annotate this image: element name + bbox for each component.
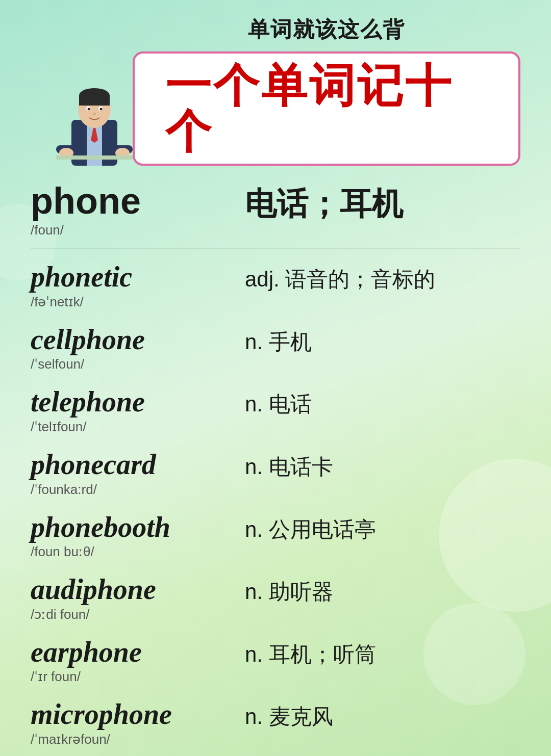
word-left-audiphone: audiphone /ɔːdi foun/ [31, 574, 245, 622]
cn-phonebooth: 公用电话亭 [269, 517, 376, 541]
word-right-telephone: n. 电话 [245, 386, 520, 419]
word-english-phonebooth: phonebooth [31, 512, 245, 543]
pos-phonebooth: n. [245, 517, 263, 541]
main-container: 单词就该这么背 一个单词记十个 phone /foun/ 电话；耳机 phone… [0, 0, 551, 756]
word-list: phone /foun/ 电话；耳机 phonetic /fəˈnetɪk/ a… [31, 181, 520, 747]
word-row-telephone: telephone /ˈtelɪfoun/ n. 电话 [31, 386, 520, 435]
word-row-phonetic: phonetic /fəˈnetɪk/ adj. 语音的；音标的 [31, 262, 520, 310]
word-row-phonecard: phonecard /ˈfounka:rd/ n. 电话卡 [31, 449, 520, 498]
pos-cellphone: n. [245, 330, 263, 354]
cn-audiphone: 助听器 [269, 580, 333, 604]
word-right-phonebooth: n. 公用电话亭 [245, 512, 520, 544]
teacher-figure [56, 84, 133, 166]
word-chinese-phone: 电话；耳机 [245, 185, 520, 223]
word-right-phonetic: adj. 语音的；音标的 [245, 262, 520, 294]
cn-phonetic: 语音的；音标的 [285, 267, 435, 291]
word-def-phonebooth: n. 公用电话亭 [245, 516, 520, 544]
svg-point-9 [100, 108, 103, 111]
word-left-phonecard: phonecard /ˈfounka:rd/ [31, 449, 245, 498]
title-box: 一个单词记十个 [133, 51, 520, 166]
word-row-audiphone: audiphone /ɔːdi foun/ n. 助听器 [31, 574, 520, 622]
word-english-phone: phone [31, 181, 245, 221]
word-left-telephone: telephone /ˈtelɪfoun/ [31, 386, 245, 435]
svg-rect-15 [56, 155, 133, 160]
word-english-telephone: telephone [31, 386, 245, 418]
word-phonetic-cellphone: /ˈselfoun/ [31, 356, 245, 372]
pos-audiphone: n. [245, 580, 263, 604]
pos-phonetic: adj. [245, 267, 280, 291]
cn-phonecard: 电话卡 [269, 455, 333, 479]
cn-cellphone: 手机 [269, 330, 312, 354]
word-row-phonebooth: phonebooth /foun buːθ/ n. 公用电话亭 [31, 512, 520, 560]
word-def-cellphone: n. 手机 [245, 328, 520, 356]
word-right-phonecard: n. 电话卡 [245, 449, 520, 481]
word-phonetic-phone: /foun/ [31, 222, 245, 238]
word-right-cellphone: n. 手机 [245, 324, 520, 356]
word-def-telephone: n. 电话 [245, 390, 520, 419]
word-english-phonecard: phonecard [31, 449, 245, 481]
word-def-phonecard: n. 电话卡 [245, 453, 520, 481]
word-phonetic-telephone: /ˈtelɪfoun/ [31, 419, 245, 435]
word-right-microphone: n. 麦克风 [245, 699, 520, 731]
word-def-microphone: n. 麦克风 [245, 703, 520, 731]
title-text: 一个单词记十个 [165, 63, 488, 154]
word-english-phonetic: phonetic [31, 262, 245, 293]
word-english-microphone: microphone [31, 699, 245, 731]
word-phonetic-earphone: /ˈɪr foun/ [31, 669, 245, 685]
cn-earphone: 耳机；听筒 [269, 642, 376, 666]
word-right-phone: 电话；耳机 [245, 181, 520, 223]
svg-point-8 [88, 108, 90, 111]
word-right-earphone: n. 耳机；听筒 [245, 637, 520, 669]
header: 单词就该这么背 一个单词记十个 [31, 15, 520, 166]
pos-phonecard: n. [245, 455, 263, 479]
word-def-phonetic: adj. 语音的；音标的 [245, 266, 520, 294]
divider-1 [31, 248, 520, 249]
word-def-audiphone: n. 助听器 [245, 578, 520, 606]
word-left-phone: phone /foun/ [31, 181, 245, 238]
word-phonetic-phonebooth: /foun buːθ/ [31, 544, 245, 560]
svg-point-10 [93, 113, 96, 115]
subtitle-text: 单词就该这么背 [248, 15, 405, 44]
word-left-earphone: earphone /ˈɪr foun/ [31, 637, 245, 685]
word-english-cellphone: cellphone [31, 324, 245, 356]
word-row-cellphone: cellphone /ˈselfoun/ n. 手机 [31, 324, 520, 373]
word-row-earphone: earphone /ˈɪr foun/ n. 耳机；听筒 [31, 637, 520, 685]
word-left-phonebooth: phonebooth /foun buːθ/ [31, 512, 245, 560]
cn-microphone: 麦克风 [269, 705, 333, 728]
word-english-earphone: earphone [31, 637, 245, 668]
word-english-audiphone: audiphone [31, 574, 245, 606]
word-row-phone: phone /foun/ 电话；耳机 [31, 181, 520, 238]
header-top: 单词就该这么背 一个单词记十个 [31, 15, 520, 166]
word-left-phonetic: phonetic /fəˈnetɪk/ [31, 262, 245, 310]
word-phonetic-microphone: /ˈmaɪkrəfoun/ [31, 732, 245, 747]
word-row-microphone: microphone /ˈmaɪkrəfoun/ n. 麦克风 [31, 699, 520, 747]
pos-telephone: n. [245, 392, 263, 416]
pos-earphone: n. [245, 642, 263, 666]
word-def-earphone: n. 耳机；听筒 [245, 641, 520, 669]
word-left-cellphone: cellphone /ˈselfoun/ [31, 324, 245, 373]
word-phonetic-phonecard: /ˈfounka:rd/ [31, 482, 245, 498]
pos-microphone: n. [245, 705, 263, 728]
word-left-microphone: microphone /ˈmaɪkrəfoun/ [31, 699, 245, 747]
svg-rect-5 [79, 95, 110, 106]
word-phonetic-audiphone: /ɔːdi foun/ [31, 607, 245, 622]
word-phonetic-phonetic: /fəˈnetɪk/ [31, 294, 245, 310]
cn-telephone: 电话 [269, 392, 312, 416]
word-right-audiphone: n. 助听器 [245, 574, 520, 606]
